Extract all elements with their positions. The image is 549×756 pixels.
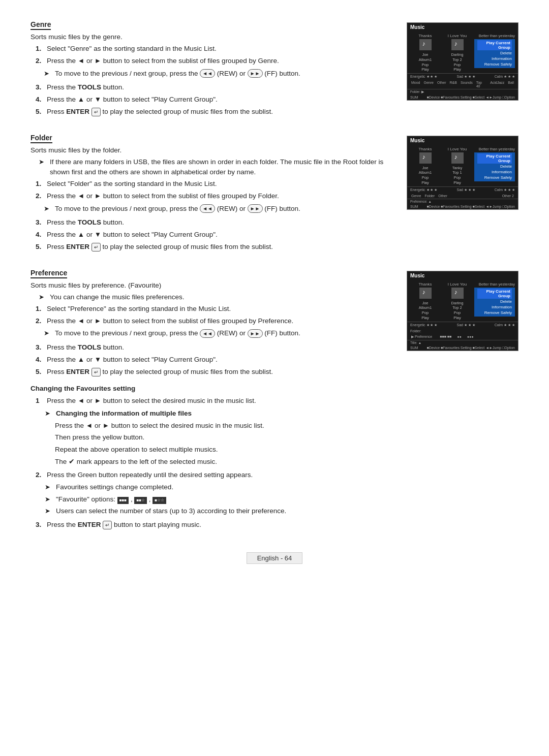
- enter-button-icon: ↵: [103, 521, 112, 529]
- folder-section: Folder Sorts music files by the folder. …: [30, 134, 518, 255]
- multi-files-c: Repeat the above operation to select mul…: [45, 444, 391, 455]
- ff-button-icon: ►►: [248, 329, 263, 338]
- favourites-section: Changing the Favourites setting 1 Press …: [30, 384, 391, 530]
- music-screen-folder: Music Thanks ♪ JoeAlbum1PopPlay I Love Y…: [407, 136, 518, 210]
- ff-button-icon: ►►: [248, 204, 263, 213]
- list-item: 5. Press ENTER ↵ to play the selected gr…: [36, 107, 391, 117]
- list-item: 3. Press the TOOLS button.: [36, 217, 391, 228]
- list-item: ➤ To move to the previous / next group, …: [36, 328, 391, 340]
- list-item: 5. Press ENTER ↵ to play the selected gr…: [36, 367, 391, 377]
- context-menu-preference: Play Current Group Delete Information Re…: [474, 288, 515, 317]
- genre-screen: Music Thanks ♪ JoeAlbum1PopPlay I Love Y…: [407, 20, 518, 119]
- list-item: 1. Select "Preference" as the sorting st…: [36, 304, 391, 314]
- fav-options: ➤ "Favourite" options: ■■■ , ■■☆ , ■☆☆: [45, 494, 391, 505]
- list-item: 3. Press the TOOLS button.: [36, 82, 391, 92]
- preference-text: Preference Sorts music files by preferen…: [30, 269, 391, 532]
- list-item: 2. Press the ◄ or ► button to select fro…: [36, 56, 391, 66]
- context-menu-folder: Play Current Group Delete Information Re…: [474, 152, 515, 181]
- favourites-title: Changing the Favourites setting: [30, 385, 135, 393]
- genre-title: Genre: [30, 20, 51, 30]
- star-option-1: ■■■: [117, 497, 129, 504]
- genre-section: Genre Sorts music files by the genre. 1.…: [30, 20, 518, 119]
- folder-intro: Sorts music files by the folder.: [30, 146, 391, 154]
- multi-files-header: ➤ Changing the information of multiple f…: [45, 408, 391, 419]
- preference-title: Preference: [30, 269, 67, 278]
- preference-steps: 1. Select "Preference" as the sorting st…: [30, 304, 391, 377]
- folder-text: Folder Sorts music files by the folder. …: [30, 134, 391, 255]
- star-option-3: ■☆☆: [152, 497, 166, 504]
- folder-note: ➤ If there are many folders in USB, the …: [30, 157, 391, 178]
- sub-note: ➤ To move to the previous / next group, …: [36, 328, 391, 338]
- music-screen-preference: Music Thanks ♪ JoeAlbum1PopPlay I Love Y…: [407, 271, 518, 351]
- list-item: 2. Press the Green button repeatedly unt…: [36, 470, 391, 480]
- fav-note: ➤ Favourites settings change completed.: [45, 482, 391, 492]
- star-option-2: ■■☆: [134, 497, 147, 504]
- list-item: 4. Press the ▲ or ▼ button to select "Pl…: [36, 355, 391, 365]
- rew-button-icon: ◄◄: [200, 329, 215, 338]
- rew-button-icon: ◄◄: [200, 69, 215, 78]
- list-item: 2. Press the ◄ or ► button to select fro…: [36, 316, 391, 326]
- multi-files-d: The ✔ mark appears to the left of the se…: [45, 456, 391, 467]
- context-menu-genre: Play Current Group Delete Information Re…: [474, 39, 515, 68]
- list-item: 1 Press the ◄ or ► button to select the …: [36, 396, 391, 406]
- fav-user-note: ➤ Users can select the number of stars (…: [45, 506, 391, 516]
- genre-intro: Sorts music files by the genre.: [30, 33, 391, 41]
- music-footer-genre: SUM ■Device ■Favourites Setting ■Select …: [407, 94, 518, 100]
- list-item: 1. Select "Folder" as the sorting standa…: [36, 179, 391, 189]
- genre-steps: 1. Select "Genre" as the sorting standar…: [30, 44, 391, 117]
- music-screen-genre: Music Thanks ♪ JoeAlbum1PopPlay I Love Y…: [407, 22, 518, 101]
- favourites-steps: 1 Press the ◄ or ► button to select the …: [30, 396, 391, 530]
- folder-title: Folder: [30, 134, 52, 143]
- music-footer-preference: SUM ■Device ■Favourites Setting ■Select …: [407, 345, 518, 351]
- enter-button-icon: ↵: [92, 368, 101, 376]
- sub-note: ➤ To move to the previous / next group, …: [36, 69, 391, 79]
- page-footer: English - 64: [30, 552, 518, 564]
- enter-button-icon: ↵: [92, 243, 101, 251]
- list-item: 5. Press ENTER ↵ to play the selected gr…: [36, 242, 391, 252]
- genre-text: Genre Sorts music files by the genre. 1.…: [30, 20, 391, 119]
- list-item: 2. Press the ◄ or ► button to select fro…: [36, 191, 391, 201]
- list-item: 4. Press the ▲ or ▼ button to select "Pl…: [36, 94, 391, 105]
- multi-files-a: Press the ◄ or ► button to select the de…: [45, 420, 391, 431]
- list-item: 3. Press the TOOLS button.: [36, 342, 391, 353]
- list-item: 1. Select "Genre" as the sorting standar…: [36, 44, 391, 54]
- multi-files-b: Then press the yellow button.: [45, 432, 391, 443]
- ff-button-icon: ►►: [248, 69, 263, 78]
- preference-note: ➤ You can change the music files prefere…: [30, 292, 391, 302]
- music-footer-folder: SUM ■Device ■Favourites Setting ■Select …: [407, 204, 518, 209]
- list-item: ➤ To move to the previous / next group, …: [36, 69, 391, 80]
- list-item: ➤ To move to the previous / next group, …: [36, 204, 391, 215]
- list-item: 4. Press the ▲ or ▼ button to select "Pl…: [36, 230, 391, 240]
- rew-button-icon: ◄◄: [200, 204, 215, 213]
- preference-screen: Music Thanks ♪ JoeAlbum1PopPlay I Love Y…: [407, 269, 518, 532]
- folder-screen: Music Thanks ♪ JoeAlbum1PopPlay I Love Y…: [407, 134, 518, 255]
- folder-steps: 1. Select "Folder" as the sorting standa…: [30, 179, 391, 253]
- list-item: 3. Press the ENTER ↵ button to start pla…: [36, 520, 391, 530]
- preference-section: Preference Sorts music files by preferen…: [30, 269, 518, 532]
- list-item: ➤ Changing the information of multiple f…: [45, 408, 391, 468]
- list-item: ➤ Favourites settings change completed. …: [45, 482, 391, 518]
- enter-button-icon: ↵: [92, 108, 101, 116]
- preference-intro: Sorts music files by preference. (Favour…: [30, 281, 391, 289]
- footer-badge: English - 64: [247, 552, 303, 564]
- sub-note: ➤ To move to the previous / next group, …: [36, 204, 391, 214]
